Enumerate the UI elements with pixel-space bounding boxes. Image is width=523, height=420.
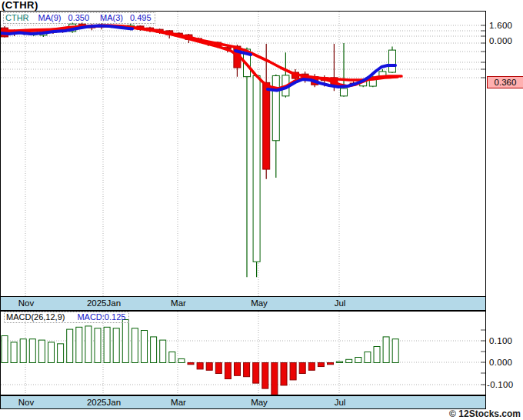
macd-bar [151,337,157,363]
macd-params-label: MACD(26,12,9) [6,312,65,322]
ma9-label: MA(9) [38,13,62,22]
macd-bar [76,327,82,362]
macd-bar [215,363,222,374]
macd-axis-label-zero: 0.000 [489,358,512,367]
macd-bar [104,327,110,362]
macd-bar [58,344,64,363]
macd-bar [2,336,8,363]
candle-up [341,88,348,96]
candle-up [272,75,279,140]
price-axis-label-low: 0.000 [489,36,512,45]
macd-bar [355,358,361,363]
macd-bar [29,339,35,363]
symbol-label: CTHR [5,13,29,22]
candle-up [253,75,260,262]
month-label: 2025Jan [77,398,131,407]
stock-chart: (CTHR) CTHRMA(9)0.350MA(3)0.495 1.600 0.… [0,0,523,420]
macd-bar [85,326,92,363]
macd-bar [299,363,305,374]
macd-legend: MACD(26,12,9)MACD:0.125 [4,312,129,323]
macd-bar [178,358,185,362]
macd-bar [20,339,26,363]
macd-bar [11,342,17,363]
macd-bar [253,363,259,384]
macd-bar [188,363,194,365]
macd-axis-label-neg: -0.100 [487,380,513,389]
macd-bar [113,328,119,363]
macd-bar [337,362,343,362]
x-axis-band-macd: Nov2025JanMarMayJul [0,395,486,409]
macd-bar [206,363,212,371]
macd-bar [132,328,138,363]
ma3-value: 0.495 [130,13,152,22]
macd-bar [160,340,166,362]
macd-bar [48,342,55,363]
macd-bar [308,363,315,371]
macd-bar [262,363,268,389]
chart-title: (CTHR) [2,0,38,11]
macd-value-label: MACD:0.125 [77,312,125,322]
macd-axis-label-pos: 0.100 [489,336,512,345]
candle-down [263,82,270,169]
macd-bar [122,320,128,363]
price-legend: CTHRMA(9)0.350MA(3)0.495 [3,12,155,24]
month-label: May [232,298,286,308]
macd-bar [142,331,148,363]
macd-bar [225,363,231,379]
macd-bar [197,363,203,369]
macd-bar [365,352,371,363]
month-label: Jul [313,298,367,308]
macd-bar [392,339,398,363]
month-label: May [232,398,286,407]
last-price-badge: 0.360 [487,76,523,88]
macd-bar [271,363,278,395]
macd-bar [244,363,250,377]
month-label: Nov [0,398,53,407]
watermark: © 12Stocks.com [449,408,521,419]
ma9-value: 0.350 [68,13,90,22]
month-label: Mar [152,298,205,308]
x-axis-band-price: Nov2025JanMarMayJul [0,296,486,311]
moving-average-line [1,25,398,80]
macd-bar [318,363,324,367]
macd-bar [328,363,334,365]
month-label: Mar [152,398,205,407]
candle-up [389,50,396,72]
macd-bar [95,328,101,363]
macd-bar [67,329,73,362]
macd-bar [169,352,175,363]
month-label: Jul [313,398,367,407]
price-axis-label-high: 1.600 [489,21,512,30]
ma3-label: MA(3) [100,13,123,22]
month-label: 2025Jan [77,298,131,308]
macd-bar [346,359,352,362]
month-label: Nov [0,298,53,308]
macd-bar [235,363,241,376]
macd-bar [38,340,45,362]
macd-bar [290,363,296,380]
macd-bar [374,347,380,363]
macd-chart-canvas [0,311,486,395]
macd-bar [383,337,389,363]
macd-bar [281,363,287,385]
price-chart-canvas [0,11,486,297]
